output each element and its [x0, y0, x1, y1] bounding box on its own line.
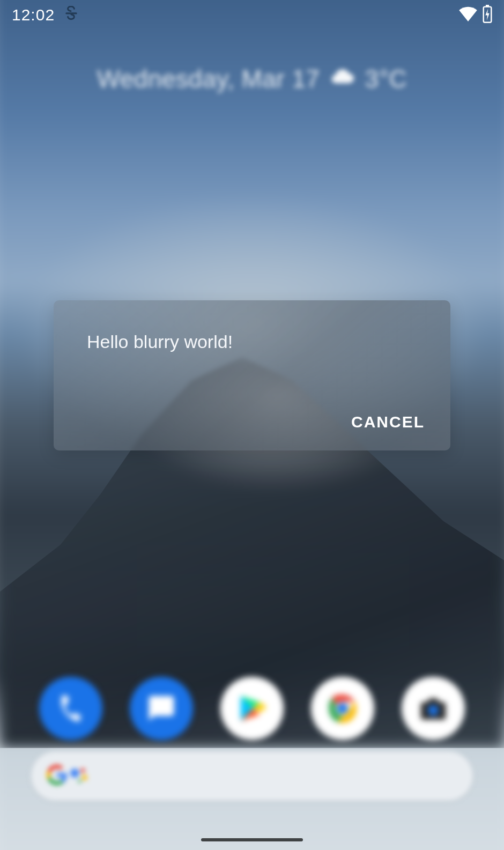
phone-app-icon[interactable]	[39, 677, 102, 740]
assistant-icon	[68, 764, 89, 788]
cancel-button[interactable]: CANCEL	[351, 413, 425, 431]
messages-app-icon[interactable]	[130, 677, 193, 740]
battery-charging-icon	[483, 5, 492, 25]
dialog-message: Hello blurry world!	[54, 300, 450, 352]
dock	[0, 677, 504, 740]
status-clock: 12:02	[12, 6, 55, 24]
wifi-icon	[459, 6, 477, 24]
svg-point-8	[80, 768, 85, 773]
search-bar[interactable]	[31, 751, 473, 801]
glance-temperature: 3°C	[365, 64, 407, 93]
s-icon	[64, 6, 78, 24]
svg-point-9	[82, 775, 87, 780]
gesture-nav-handle[interactable]	[201, 838, 303, 841]
alert-dialog: Hello blurry world! CANCEL	[54, 300, 450, 450]
status-bar: 12:02	[0, 0, 504, 30]
chrome-app-icon[interactable]	[311, 677, 374, 740]
camera-app-icon[interactable]	[402, 677, 465, 740]
dialog-actions: CANCEL	[54, 413, 450, 450]
at-a-glance-widget[interactable]: Wednesday, Mar 17 3°C	[0, 64, 504, 93]
svg-point-6	[428, 705, 439, 716]
play-store-app-icon[interactable]	[220, 677, 284, 740]
cloud-icon	[330, 64, 355, 93]
svg-point-7	[70, 768, 79, 778]
svg-point-5	[337, 703, 348, 714]
google-g-icon	[46, 764, 68, 788]
glance-date: Wednesday, Mar 17	[97, 64, 320, 93]
svg-point-10	[78, 780, 81, 783]
